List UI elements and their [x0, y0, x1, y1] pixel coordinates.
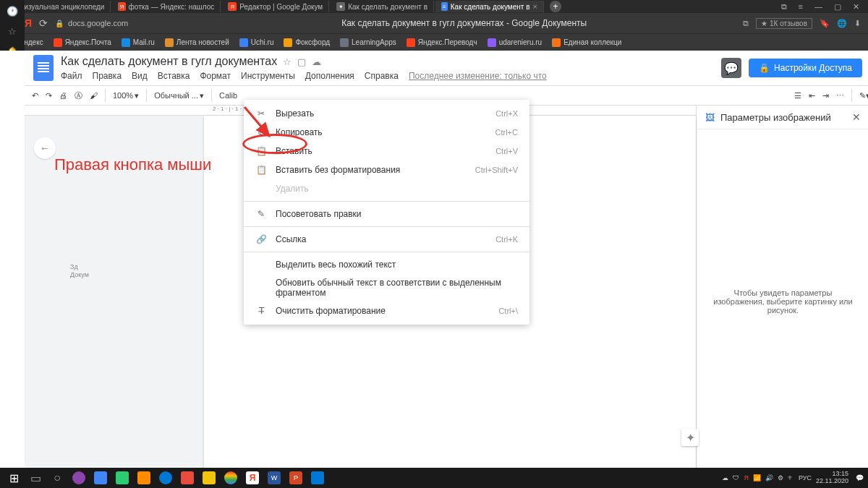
zoom-select[interactable]: 100%▾ — [113, 91, 139, 100]
start-button[interactable]: ⊞ — [4, 470, 23, 486]
menu-insert[interactable]: Вставка — [158, 71, 190, 81]
cm-copy[interactable]: ⧉КопироватьCtrl+C — [244, 123, 529, 142]
close-window-icon[interactable]: ✕ — [853, 2, 859, 12]
cm-suggest[interactable]: ✎Посоветовать правки — [244, 205, 529, 223]
menu-help[interactable]: Справка — [365, 71, 399, 81]
download-icon[interactable]: ⬇ — [854, 19, 861, 28]
tab-1[interactable]: Яфотка — Яндекс: нашлос — [112, 1, 221, 12]
tray-icon[interactable]: ᯤ — [788, 474, 794, 481]
bookmark-item[interactable]: Единая коллекци — [552, 38, 621, 47]
bookmark-item[interactable]: Яндекс.Переводч — [407, 38, 477, 47]
close-icon[interactable]: × — [533, 2, 537, 11]
tray-icon[interactable]: ⚙ — [778, 474, 783, 481]
url-input[interactable]: 🔒 docs.google.com — [55, 19, 185, 27]
bullet-list-button[interactable]: ☰ — [794, 91, 801, 100]
tray-language[interactable]: РУС — [799, 474, 812, 481]
taskbar-app[interactable] — [200, 470, 218, 486]
menu-icon[interactable]: ≡ — [799, 2, 803, 12]
document-title[interactable]: Как сделать документ в гугл документах — [61, 55, 277, 68]
clock-icon[interactable]: 🕐 — [6, 4, 19, 17]
tray-icon[interactable]: 🛡 — [733, 474, 739, 481]
indent-increase-button[interactable]: ⇥ — [822, 91, 829, 100]
minimize-icon[interactable]: — — [814, 2, 822, 12]
taskbar-app[interactable]: P — [286, 470, 305, 486]
cm-clear-format[interactable]: T̶Очистить форматированиеCtrl+\ — [244, 301, 529, 320]
bookmark-item[interactable]: Лента новостей — [165, 38, 229, 47]
cm-update-style[interactable]: Обновить обычный текст в соответствии с … — [244, 274, 529, 301]
comments-button[interactable]: 💬 — [721, 58, 741, 78]
bookmark-item[interactable]: Uchi.ru — [239, 38, 274, 47]
new-tab-button[interactable]: + — [550, 1, 561, 12]
menu-format[interactable]: Формат — [200, 71, 231, 81]
menu-view[interactable]: Вид — [132, 71, 148, 81]
bookmark-item[interactable]: Фоксфорд — [284, 38, 330, 47]
cm-cut[interactable]: ✂ВырезатьCtrl+X — [244, 104, 529, 123]
maximize-icon[interactable]: ▢ — [834, 2, 841, 12]
taskbar-app[interactable]: Я — [243, 470, 262, 486]
tray-icon[interactable]: ☁ — [722, 474, 728, 481]
bookmark-item[interactable]: Mail.ru — [122, 38, 155, 47]
editing-mode-button[interactable]: ✎▾ — [859, 91, 868, 100]
separator — [146, 89, 147, 102]
cm-select-similar[interactable]: Выделить весь похожий текст — [244, 255, 529, 274]
folder-move-icon[interactable]: ▢ — [297, 56, 306, 67]
translate-icon[interactable]: 🌐 — [837, 19, 847, 28]
cm-link[interactable]: 🔗СсылкаCtrl+K — [244, 230, 529, 249]
menu-tools[interactable]: Инструменты — [241, 71, 295, 81]
outline-back-button[interactable]: ← — [34, 137, 56, 159]
taskbar-app[interactable] — [135, 470, 153, 486]
tray-clock[interactable]: 13:15 22.11.2020 — [816, 471, 851, 485]
menu-file[interactable]: Файл — [61, 71, 82, 81]
redo-button[interactable]: ↷ — [46, 91, 52, 100]
menu-edit[interactable]: Правка — [93, 71, 122, 81]
reload-button[interactable]: ⟳ — [39, 17, 48, 29]
menu-bar: Файл Правка Вид Вставка Формат Инструмен… — [61, 71, 714, 81]
reviews-badge[interactable]: ★ 1К отзывов — [756, 18, 812, 29]
tray-icon[interactable]: 🔊 — [765, 474, 773, 481]
font-select[interactable]: Calib — [219, 91, 237, 100]
spellcheck-button[interactable]: Ⓐ — [75, 90, 82, 101]
bookmark-icon[interactable]: 🔖 — [820, 19, 830, 28]
task-view-button[interactable]: ▭ — [26, 470, 45, 486]
indent-decrease-button[interactable]: ⇤ — [809, 91, 815, 100]
paint-format-button[interactable]: 🖌 — [90, 91, 98, 100]
taskbar-app[interactable] — [69, 470, 88, 486]
tray-icon[interactable]: Я — [744, 474, 749, 481]
share-button[interactable]: 🔒 Настройки Доступа — [749, 59, 862, 77]
menu-addons[interactable]: Дополнения — [305, 71, 354, 81]
last-edit-link[interactable]: Последнее изменение: только что — [409, 71, 547, 81]
close-sidebar-button[interactable]: ✕ — [852, 111, 861, 123]
notifications-icon[interactable]: 💬 — [856, 474, 864, 481]
taskbar-app[interactable] — [178, 470, 197, 486]
search-button[interactable]: ○ — [48, 470, 67, 486]
undo-button[interactable]: ↶ — [32, 91, 38, 100]
star-outline-icon[interactable]: ☆ — [283, 56, 292, 67]
docs-logo-icon[interactable] — [33, 55, 54, 81]
copy-icon[interactable]: ⧉ — [781, 2, 787, 12]
paste-plain-icon: 📋 — [255, 164, 267, 176]
taskbar-app[interactable] — [113, 470, 132, 486]
taskbar-app[interactable] — [156, 470, 175, 486]
bookmark-item[interactable]: LearningApps — [340, 38, 396, 47]
taskbar-app[interactable]: W — [265, 470, 284, 486]
bookmark-item[interactable]: udarenieru.ru — [488, 38, 542, 47]
tab-4-active[interactable]: ≡Как сделать документ в× — [435, 1, 544, 12]
bookmarks-bar: Яндекс Яндекс.Почта Mail.ru Лента новост… — [0, 33, 868, 51]
print-button[interactable]: 🖨 — [59, 91, 67, 100]
taskbar-app[interactable] — [91, 470, 110, 486]
cm-paste[interactable]: 📋ВставитьCtrl+V — [244, 142, 529, 160]
cm-paste-plain[interactable]: 📋Вставить без форматированияCtrl+Shift+V — [244, 160, 529, 179]
tab-2[interactable]: ЯРедактор | Google Докум — [222, 1, 329, 12]
style-select[interactable]: Обычный ...▾ — [154, 91, 204, 100]
tray-icon[interactable]: 📶 — [753, 474, 761, 481]
bookmark-item[interactable]: Яндекс.Почта — [54, 38, 111, 47]
explore-button[interactable]: ✦ — [681, 429, 699, 446]
popout-icon[interactable]: ⧉ — [743, 19, 749, 28]
yandex-home-button[interactable]: Я — [25, 17, 32, 29]
more-button[interactable]: ⋯ — [836, 91, 844, 100]
sidebar-title: Параметры изображений — [720, 112, 831, 123]
star-icon[interactable]: ☆ — [6, 25, 19, 38]
tab-3[interactable]: ✦Как сделать документ в — [331, 1, 434, 12]
taskbar-app[interactable] — [308, 470, 327, 486]
taskbar-app[interactable] — [221, 470, 240, 486]
